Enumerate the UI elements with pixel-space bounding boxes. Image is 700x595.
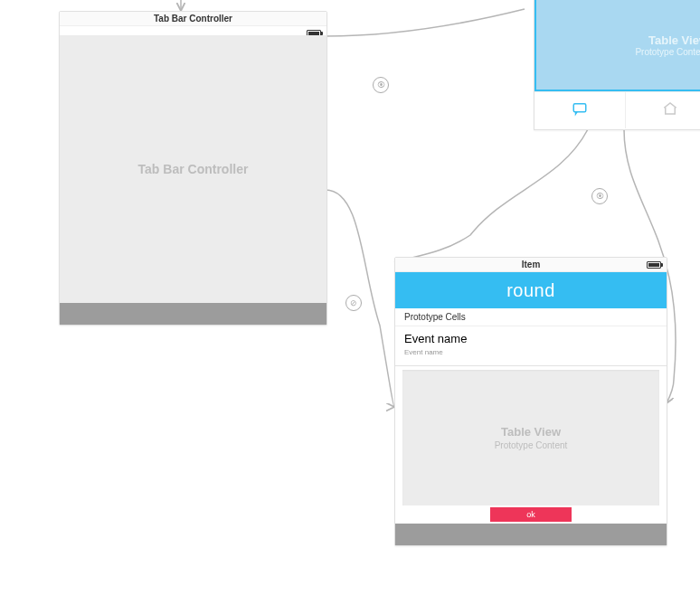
scene-title: Tab Bar Controller bbox=[60, 12, 326, 26]
bottom-bar bbox=[395, 524, 667, 545]
action-button-label: ok bbox=[526, 510, 535, 519]
scene-partial-table-view[interactable]: Table View Prototype Content bbox=[534, 0, 700, 130]
scene-title-text: Item bbox=[522, 260, 541, 269]
battery-icon bbox=[647, 261, 661, 269]
scene-title-text: Tab Bar Controller bbox=[154, 14, 232, 24]
table-view-placeholder: Table View Prototype Content bbox=[402, 370, 659, 505]
segue-badge-icon[interactable]: ⦿ bbox=[591, 188, 608, 204]
prototype-cells-label: Prototype Cells bbox=[395, 308, 667, 326]
navbar-title: round bbox=[506, 280, 555, 301]
table-view-selected[interactable]: Table View Prototype Content bbox=[534, 0, 700, 91]
prototype-content-label: Prototype Content bbox=[495, 440, 568, 450]
home-icon bbox=[662, 100, 678, 120]
tab-item-home[interactable] bbox=[626, 92, 701, 128]
tab-item-chat[interactable] bbox=[534, 92, 626, 128]
scene-tab-bar-controller[interactable]: Tab Bar Controller Tab Bar Controller bbox=[59, 11, 327, 326]
cell-subtitle-label: Event name bbox=[404, 348, 657, 356]
prototype-cell[interactable]: Event name Event name bbox=[395, 326, 667, 366]
navigation-bar[interactable]: round bbox=[395, 272, 667, 308]
segue-badge-icon[interactable]: ⦿ bbox=[373, 77, 389, 93]
table-view-label: Table View bbox=[648, 33, 700, 47]
scene-title: Item bbox=[395, 258, 667, 272]
action-button[interactable]: ok bbox=[490, 507, 572, 522]
placeholder-label: Tab Bar Controller bbox=[138, 162, 249, 176]
svg-rect-0 bbox=[573, 104, 586, 112]
table-view[interactable]: Prototype Cells Event name Event name Ta… bbox=[395, 308, 667, 524]
table-view-label: Table View bbox=[501, 425, 561, 439]
cell-title-label: Event name bbox=[404, 332, 657, 345]
segue-badge-icon[interactable]: ⊘ bbox=[345, 295, 362, 311]
prototype-content-label: Prototype Content bbox=[635, 47, 700, 57]
tab-bar-area[interactable] bbox=[60, 303, 326, 325]
tab-bar-controller-placeholder: Tab Bar Controller bbox=[60, 35, 326, 303]
chat-icon bbox=[572, 100, 588, 120]
tab-bar bbox=[534, 91, 700, 128]
scene-item[interactable]: Item round Prototype Cells Event name Ev… bbox=[394, 257, 667, 546]
